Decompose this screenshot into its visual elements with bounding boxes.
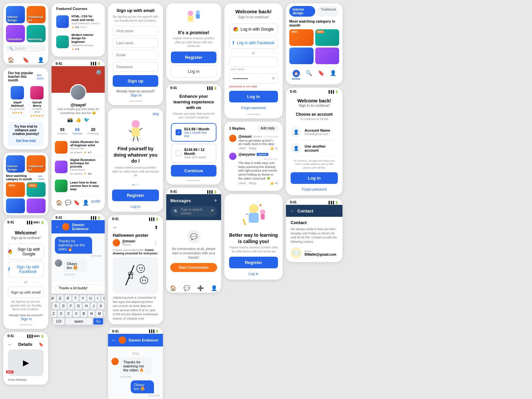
like-btn-2[interactable]: Liked: [238, 182, 246, 185]
key-r[interactable]: R: [65, 295, 71, 302]
key-b[interactable]: B: [80, 310, 87, 317]
watch-item-2[interactable]: NEW: [315, 29, 339, 46]
key-x[interactable]: X: [58, 310, 65, 317]
course-item-1[interactable]: HTML, CSS for noob and nerds Sayef Mahmu…: [56, 13, 100, 31]
facebook-signup-btn[interactable]: f Sign Up with Facebook: [8, 261, 44, 277]
reply-btn-2[interactable]: Reply: [249, 182, 257, 185]
eye-icon[interactable]: 👁: [271, 76, 275, 81]
nav-chat[interactable]: 💬: [184, 285, 190, 291]
key-i[interactable]: I: [95, 295, 100, 302]
login-link[interactable]: Log in: [249, 272, 259, 276]
key-m[interactable]: M: [96, 310, 103, 317]
nav-profile-text[interactable]: profile: [91, 200, 100, 206]
register-btn[interactable]: Register: [171, 52, 216, 63]
forgot-password-link[interactable]: Forgot password: [302, 188, 327, 191]
nav-profile[interactable]: 👤: [38, 57, 44, 63]
key-c[interactable]: C: [65, 310, 72, 317]
key-e[interactable]: E: [57, 295, 64, 302]
firstname-input[interactable]: [113, 26, 158, 36]
key-f[interactable]: F: [67, 303, 74, 310]
see-more-link-2[interactable]: see more: [38, 175, 46, 181]
watch-item-4[interactable]: [315, 48, 339, 64]
nav-profile[interactable]: 👤: [211, 285, 217, 291]
facebook-login-btn[interactable]: f Log in with Facebook: [229, 37, 278, 49]
mic-icon[interactable]: 🎤: [209, 209, 214, 214]
key-k[interactable]: K: [97, 303, 104, 310]
signin-link[interactable]: Sign in: [21, 317, 32, 321]
profile-course-2[interactable]: Digital illustration technique for procr…: [55, 156, 101, 178]
nav-profile[interactable]: 👤: [330, 70, 336, 80]
nav-bookmark[interactable]: 🔖: [23, 57, 29, 63]
username-input[interactable]: [229, 57, 278, 67]
twitter-icon[interactable]: 🐦: [84, 117, 89, 122]
back-btn[interactable]: ←: [111, 337, 116, 343]
back-btn[interactable]: ←: [55, 224, 60, 229]
key-backspace[interactable]: ⌫: [104, 310, 105, 317]
login-btn[interactable]: Log in: [171, 65, 216, 77]
nav-plus[interactable]: ➕: [197, 285, 204, 291]
free-trial-btn[interactable]: Get free trial: [16, 139, 36, 143]
add-reply-btn[interactable]: Add reply: [257, 125, 278, 131]
email-input[interactable]: [113, 50, 158, 60]
plan-1[interactable]: ✓ $14.99 / Month Get 1 month free trial: [171, 123, 216, 142]
nav-home[interactable]: 🏠: [8, 57, 14, 63]
google-login-btn[interactable]: Log in with Google: [229, 24, 278, 35]
email-signup-btn[interactable]: Sign up with email: [8, 287, 44, 298]
nav-chat[interactable]: 💬: [65, 200, 71, 206]
course-item-2[interactable]: Modern interior design for beginner! Sam…: [56, 31, 100, 53]
back-icon[interactable]: ←: [8, 342, 12, 347]
tab-traditional[interactable]: Traditional: [317, 6, 339, 17]
nav-bookmark[interactable]: 🔖: [318, 70, 325, 80]
account-item-2[interactable]: 👤 Use another account: [291, 140, 338, 157]
reply-btn-1[interactable]: Reply: [249, 147, 257, 150]
key-z[interactable]: Z: [52, 310, 57, 317]
teacher-card-2[interactable]: Sarrah Morry Creative artist ★★★★★: [28, 84, 46, 119]
key-space[interactable]: space: [65, 318, 92, 325]
key-g[interactable]: G: [75, 303, 82, 310]
instagram-icon[interactable]: 📸: [67, 117, 73, 122]
nav-bookmark[interactable]: 🔖: [73, 200, 80, 206]
key-y[interactable]: Y: [79, 295, 86, 302]
category-animation[interactable]: Animation: [6, 25, 25, 42]
watching-item-3[interactable]: [6, 199, 25, 213]
category-interior-top[interactable]: Interior design: [6, 6, 25, 23]
settings-icon[interactable]: ⚙️: [96, 69, 101, 75]
category-marketing[interactable]: Marketing: [27, 25, 46, 42]
bookmark-icon[interactable]: 🔖: [39, 342, 44, 347]
start-convo-btn[interactable]: Start Conversation: [170, 263, 217, 272]
nav-home-item[interactable]: 🏠 Home: [292, 70, 300, 80]
profile-course-3[interactable]: Learn how to draw cartoon face in easy w…: [55, 178, 101, 195]
key-v[interactable]: V: [73, 310, 80, 317]
tab-interior[interactable]: Interior design: [289, 6, 315, 17]
login-btn[interactable]: Log in: [229, 91, 278, 102]
lastname-input[interactable]: [113, 38, 158, 48]
signup-submit-btn[interactable]: Sign up: [113, 75, 158, 87]
key-n[interactable]: N: [88, 310, 95, 317]
signin-link[interactable]: Sign in: [130, 93, 142, 97]
nav-profile[interactable]: 👤: [82, 200, 89, 206]
teacher-card-1[interactable]: Sayef Mahmud Programmer ★★★★: [8, 84, 27, 119]
back-btn[interactable]: ←: [290, 208, 295, 213]
watching-item-2[interactable]: NEW: [27, 182, 46, 197]
nav-home[interactable]: 🏠: [56, 200, 63, 206]
password-input[interactable]: [229, 73, 278, 83]
search-placeholder[interactable]: Type to search contact: [181, 208, 207, 215]
login-btn[interactable]: Log in: [291, 172, 338, 184]
key-u[interactable]: U: [87, 295, 94, 302]
nav-home[interactable]: 🏠: [170, 285, 177, 291]
key-o[interactable]: O: [101, 295, 105, 302]
watching-item-1[interactable]: NEW: [6, 182, 25, 197]
back-btn[interactable]: ←: [113, 225, 117, 230]
category-interior-bottom[interactable]: Interior design: [6, 155, 25, 173]
google-signup-btn[interactable]: Sign Up with Google: [8, 244, 44, 260]
key-123[interactable]: 123: [53, 318, 65, 325]
account-item-1[interactable]: 👤 Account Name email@gmail.com: [291, 124, 338, 140]
see-more-link[interactable]: see more: [37, 73, 44, 80]
continue-btn[interactable]: Continue: [171, 165, 216, 177]
category-traditional-top[interactable]: Traditional art: [27, 6, 46, 23]
like-btn-1[interactable]: Liked: [238, 147, 246, 150]
key-s[interactable]: S: [52, 303, 59, 310]
profile-course-1[interactable]: Adobe Illustrator for all beginner artis…: [55, 138, 101, 156]
key-h[interactable]: H: [83, 303, 90, 310]
nav-search[interactable]: 🔍: [306, 70, 312, 80]
